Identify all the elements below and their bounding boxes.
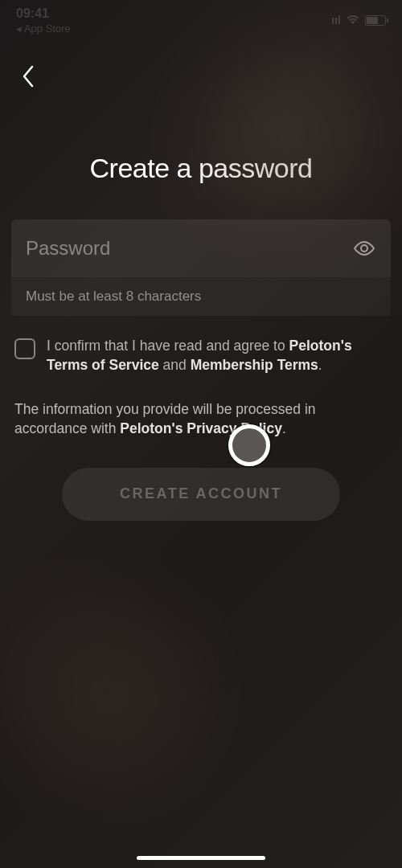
back-button[interactable] [12, 60, 44, 92]
password-input[interactable] [26, 237, 352, 260]
password-hint: Must be at least 8 characters [11, 277, 391, 316]
password-field-container: Must be at least 8 characters [11, 219, 391, 316]
terms-checkbox[interactable] [14, 338, 35, 359]
status-time: 09:41 [16, 6, 71, 21]
password-visibility-toggle[interactable] [352, 240, 376, 257]
battery-icon [365, 15, 386, 26]
terms-text: I confirm that I have read and agree to … [47, 337, 388, 375]
cellular-signal-icon: ııl [331, 14, 341, 27]
svg-point-0 [361, 245, 367, 252]
eye-icon [352, 240, 376, 257]
loading-spinner-icon [228, 424, 270, 466]
status-bar: 09:41 ◂ App Store ııl [0, 0, 402, 40]
wifi-icon [346, 14, 360, 27]
back-to-appstore[interactable]: ◂ App Store [16, 23, 71, 35]
chevron-left-icon [21, 64, 35, 88]
membership-terms-link[interactable]: Membership Terms [191, 357, 318, 373]
privacy-text: The information you provide will be proc… [11, 400, 391, 438]
create-account-button[interactable]: CREATE ACCOUNT [62, 468, 340, 521]
home-indicator[interactable] [137, 856, 265, 860]
